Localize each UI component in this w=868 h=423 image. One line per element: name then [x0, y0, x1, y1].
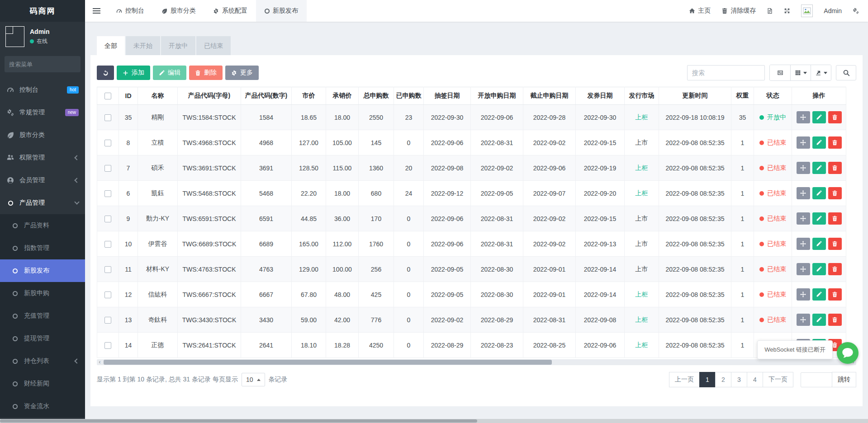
page-button-4[interactable]: 4	[747, 372, 763, 387]
sidebar-item-withdraw[interactable]: 提现管理	[0, 327, 85, 350]
page-button-3[interactable]: 3	[731, 372, 747, 387]
page-button-1[interactable]: 1	[699, 372, 716, 387]
sidebar-item-dashboard[interactable]: 控制台hot	[0, 79, 85, 101]
row-checkbox[interactable]	[104, 266, 111, 273]
row-checkbox[interactable]	[104, 140, 111, 146]
add-button[interactable]: 添加	[117, 66, 150, 80]
row-delete-button[interactable]	[828, 162, 842, 174]
sidebar-search-input[interactable]	[9, 61, 89, 68]
detail-view-button[interactable]	[770, 65, 790, 80]
scrollbar-thumb[interactable]	[104, 360, 552, 365]
market-link[interactable]: 上柜	[636, 291, 648, 298]
clear-cache-button[interactable]: 清除缓存	[721, 7, 756, 15]
filter-tab-open[interactable]: 开放中	[161, 36, 195, 55]
row-move-button[interactable]	[797, 263, 810, 275]
refresh-button[interactable]	[97, 66, 114, 80]
filter-tab-not-started[interactable]: 未开始	[126, 36, 160, 55]
market-link[interactable]: 上柜	[636, 164, 648, 171]
columns-button[interactable]	[790, 65, 811, 80]
sidebar-item-permissions[interactable]: 权限管理	[0, 146, 85, 169]
document-button[interactable]	[767, 8, 773, 14]
row-edit-button[interactable]	[812, 111, 826, 123]
sidebar-toggle-button[interactable]	[85, 0, 108, 22]
sidebar-item-product-info[interactable]: 产品资料	[0, 214, 85, 237]
next-page-button[interactable]: 下一页	[763, 372, 793, 387]
prev-page-button[interactable]: 上一页	[669, 372, 700, 387]
more-button[interactable]: 更多	[225, 66, 259, 80]
nav-tab-new-stock-publish[interactable]: 新股发布	[256, 0, 307, 22]
row-edit-button[interactable]	[812, 288, 826, 301]
sidebar-item-finance-news[interactable]: 财经新闻	[0, 372, 85, 395]
fullscreen-button[interactable]	[784, 8, 790, 14]
filter-tab-ended[interactable]: 已结束	[196, 36, 231, 55]
row-move-button[interactable]	[797, 238, 810, 250]
page-button-2[interactable]: 2	[715, 372, 731, 387]
settings-button[interactable]	[853, 8, 859, 14]
sidebar-item-market-category[interactable]: 股市分类	[0, 124, 85, 146]
row-checkbox[interactable]	[104, 216, 111, 222]
row-delete-button[interactable]	[828, 288, 842, 301]
page-size-select[interactable]: 10	[242, 373, 265, 386]
row-delete-button[interactable]	[828, 314, 842, 326]
row-edit-button[interactable]	[812, 238, 826, 250]
edit-button[interactable]: 编辑	[153, 66, 186, 80]
sidebar-item-recharge[interactable]: 充值管理	[0, 305, 85, 327]
row-edit-button[interactable]	[812, 212, 826, 225]
row-edit-button[interactable]	[812, 187, 826, 199]
sidebar-item-index-management[interactable]: 指数管理	[0, 237, 85, 259]
sidebar-item-new-stock-publish[interactable]: 新股发布	[0, 259, 85, 282]
row-checkbox[interactable]	[104, 342, 111, 349]
sidebar-item-members[interactable]: 会员管理	[0, 169, 85, 192]
row-edit-button[interactable]	[812, 314, 826, 326]
window-horizontal-scrollbar[interactable]	[0, 419, 868, 423]
row-move-button[interactable]	[797, 314, 810, 326]
sidebar-item-general[interactable]: 常规管理new	[0, 101, 85, 124]
toggle-search-button[interactable]	[836, 65, 856, 80]
table-search-input[interactable]	[687, 65, 765, 80]
horizontal-scrollbar[interactable]: ‹ ›	[97, 359, 856, 365]
window-scrollbar-thumb[interactable]	[0, 419, 477, 423]
row-delete-button[interactable]	[828, 263, 842, 275]
row-move-button[interactable]	[797, 136, 810, 149]
nav-tab-market-category[interactable]: 股市分类	[153, 0, 204, 22]
row-edit-button[interactable]	[812, 263, 826, 275]
chat-widget-button[interactable]	[837, 342, 859, 364]
export-button[interactable]	[811, 65, 831, 80]
row-move-button[interactable]	[797, 212, 810, 225]
row-checkbox[interactable]	[104, 190, 111, 197]
market-link[interactable]: 上柜	[636, 113, 648, 121]
row-delete-button[interactable]	[828, 212, 842, 225]
nav-tab-dashboard[interactable]: 控制台	[108, 0, 153, 22]
home-link[interactable]: 主页	[689, 7, 711, 15]
row-checkbox[interactable]	[104, 241, 111, 248]
market-link[interactable]: 上柜	[636, 341, 648, 348]
row-move-button[interactable]	[797, 111, 810, 123]
row-delete-button[interactable]	[828, 111, 842, 123]
filter-tab-all[interactable]: 全部	[97, 36, 125, 55]
scroll-left-icon[interactable]: ‹	[97, 359, 103, 365]
user-menu[interactable]: Admin	[824, 7, 842, 14]
delete-button[interactable]: 删除	[189, 66, 223, 80]
market-link[interactable]: 上柜	[636, 189, 648, 197]
user-avatar-image[interactable]	[801, 5, 813, 17]
row-move-button[interactable]	[797, 187, 810, 199]
row-checkbox[interactable]	[104, 114, 111, 121]
sidebar-item-products[interactable]: 产品管理	[0, 192, 85, 214]
row-edit-button[interactable]	[812, 136, 826, 149]
row-checkbox[interactable]	[104, 317, 111, 324]
row-move-button[interactable]	[797, 288, 810, 301]
row-move-button[interactable]	[797, 162, 810, 174]
select-all-checkbox[interactable]	[104, 93, 111, 99]
row-delete-button[interactable]	[828, 136, 842, 149]
row-delete-button[interactable]	[828, 187, 842, 199]
row-delete-button[interactable]	[828, 238, 842, 250]
nav-tab-system-config[interactable]: 系统配置	[204, 0, 256, 22]
row-checkbox[interactable]	[104, 291, 111, 298]
sidebar-item-fund-flow[interactable]: 资金流水	[0, 395, 85, 418]
row-edit-button[interactable]	[812, 162, 826, 174]
jump-page-input[interactable]	[801, 372, 832, 387]
sidebar-item-new-stock-subscribe[interactable]: 新股申购	[0, 282, 85, 305]
row-checkbox[interactable]	[104, 165, 111, 172]
sidebar-item-positions[interactable]: 持仓列表	[0, 350, 85, 372]
jump-button[interactable]: 跳转	[832, 372, 856, 387]
